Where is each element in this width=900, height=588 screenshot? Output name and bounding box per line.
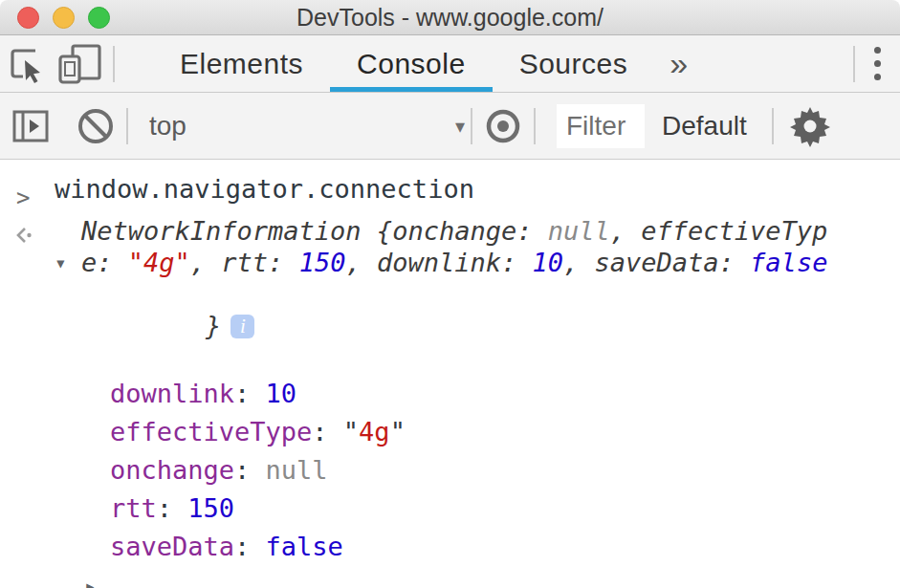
clear-console-button[interactable] bbox=[71, 101, 121, 151]
info-badge-icon: i bbox=[230, 315, 254, 338]
kebab-dot bbox=[874, 47, 881, 54]
tab-sources[interactable]: Sources bbox=[493, 35, 655, 92]
property-row-saveData: saveData: false bbox=[0, 528, 900, 566]
log-levels-dropdown[interactable]: Default bbox=[645, 111, 766, 142]
device-toolbar-icon bbox=[57, 43, 103, 85]
collapse-object-expander[interactable]: ▾ bbox=[55, 251, 67, 274]
result-arrow-icon bbox=[12, 223, 35, 252]
command-text: window.navigator.connection bbox=[55, 174, 474, 204]
property-row-onchange: onchange: null bbox=[0, 451, 900, 490]
console-filter-input[interactable] bbox=[557, 104, 645, 148]
inspect-cursor-icon bbox=[6, 43, 48, 85]
context-label: top bbox=[149, 111, 187, 142]
eye-icon bbox=[481, 106, 525, 146]
zoom-window-button[interactable] bbox=[88, 7, 110, 29]
more-tabs-button[interactable]: » bbox=[654, 35, 703, 92]
close-window-button[interactable] bbox=[17, 7, 39, 29]
property-row-effectiveType: effectiveType: "4g" bbox=[0, 413, 900, 451]
kebab-dot bbox=[874, 60, 881, 67]
titlebar: DevTools - www.google.com/ bbox=[0, 0, 900, 35]
javascript-context-select[interactable]: top ▾ bbox=[149, 111, 465, 142]
devtools-window: DevTools - www.google.com/ Elements Cons… bbox=[0, 0, 900, 588]
separator bbox=[126, 108, 128, 144]
tab-console[interactable]: Console bbox=[330, 35, 493, 92]
minimize-window-button[interactable] bbox=[53, 7, 75, 29]
console-sidebar-icon bbox=[11, 109, 50, 143]
devtools-menu-button[interactable] bbox=[861, 47, 900, 80]
console-settings-button[interactable] bbox=[785, 101, 835, 151]
tab-elements[interactable]: Elements bbox=[153, 35, 330, 92]
traffic-lights bbox=[17, 7, 110, 29]
main-tabbar: Elements Console Sources » bbox=[0, 35, 900, 93]
kebab-dot bbox=[874, 74, 881, 80]
closing-brace: } bbox=[206, 311, 221, 340]
window-title: DevTools - www.google.com/ bbox=[0, 4, 900, 32]
property-row-downlink: downlink: 10 bbox=[0, 375, 900, 413]
inspect-element-button[interactable] bbox=[0, 39, 54, 89]
separator bbox=[853, 46, 855, 82]
command-prompt-icon: > bbox=[16, 178, 30, 218]
toggle-device-toolbar-button[interactable] bbox=[54, 39, 107, 89]
chevron-down-icon: ▾ bbox=[455, 115, 465, 138]
console-output: > window.navigator.connection ▾ NetworkI… bbox=[0, 160, 900, 588]
separator bbox=[113, 46, 115, 82]
console-result-row[interactable]: ▾ NetworkInformation {onchange: null, ef… bbox=[0, 215, 900, 373]
live-expression-button[interactable] bbox=[478, 101, 528, 151]
object-preview-line-3: }i bbox=[81, 278, 900, 373]
console-command-row[interactable]: > window.navigator.connection bbox=[0, 169, 900, 209]
object-property-tree: downlink: 10 effectiveType: "4g" onchang… bbox=[0, 375, 900, 588]
separator bbox=[534, 108, 536, 144]
panel-tabs: Elements Console Sources » bbox=[153, 35, 703, 92]
separator bbox=[772, 108, 774, 144]
object-preview-line-1: NetworkInformation {onchange: null, effe… bbox=[81, 215, 900, 247]
console-toolbar: top ▾ Default bbox=[0, 93, 900, 160]
separator bbox=[471, 108, 472, 144]
object-preview-line-2: e: "4g", rtt: 150, downlink: 10, saveDat… bbox=[81, 247, 900, 278]
gear-icon bbox=[789, 105, 831, 147]
property-row-rtt: rtt: 150 bbox=[0, 490, 900, 528]
expand-proto-expander[interactable]: ▸ bbox=[84, 567, 97, 588]
ban-icon bbox=[76, 106, 116, 146]
show-console-sidebar-button[interactable] bbox=[6, 101, 55, 151]
property-row-proto[interactable]: ▸ __proto__: NetworkInformation bbox=[0, 566, 900, 588]
